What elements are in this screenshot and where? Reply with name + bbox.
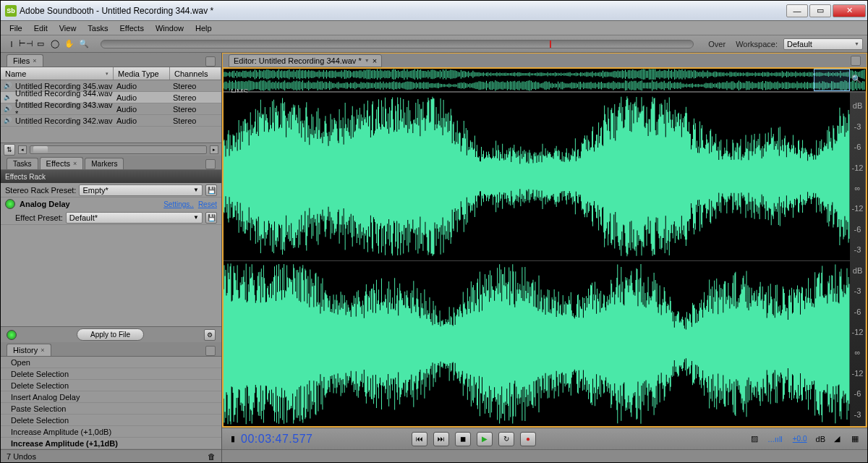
tool-zoom[interactable]: 🔍 xyxy=(77,38,90,51)
effect-preset-select[interactable]: Default*▼ xyxy=(66,212,203,224)
effect-reset-link[interactable]: Reset xyxy=(198,200,217,208)
level-icon[interactable]: ▮ xyxy=(231,434,235,443)
col-channels[interactable]: Channels xyxy=(170,67,221,80)
effects-options-button[interactable]: ⚙ xyxy=(204,329,216,341)
zoom-icon[interactable]: 🔍 xyxy=(851,75,863,86)
menu-help[interactable]: Help xyxy=(190,22,218,34)
db-mark: -3 xyxy=(854,410,861,419)
record-button[interactable]: ● xyxy=(520,432,536,446)
waveform-overview[interactable]: 🔍 xyxy=(224,69,866,92)
speaker-icon: 🔊 xyxy=(4,82,12,90)
effect-settings-link[interactable]: Settings.. xyxy=(163,200,194,208)
zoom-unit: dB xyxy=(816,435,825,443)
editor-area: 🔍 HMS 3:17.53:18.03:18.53:19.03:19.53:20… xyxy=(222,67,867,428)
waveform-area: dB-3-6-12∞-12-6-3dB-3-6-12∞-12-6-3 xyxy=(224,93,866,428)
col-name[interactable]: Name▾ xyxy=(1,67,114,80)
play-button[interactable]: ▶ xyxy=(477,432,493,446)
tab-history[interactable]: History× xyxy=(7,344,51,356)
history-item[interactable]: Delete Selection xyxy=(1,368,221,380)
close-button[interactable]: ✕ xyxy=(833,4,866,17)
close-icon[interactable]: × xyxy=(33,57,36,64)
apply-to-file-button[interactable]: Apply to File xyxy=(77,328,144,341)
undo-count: 7 Undos xyxy=(7,452,36,461)
scroll-left-button[interactable]: ◂ xyxy=(18,145,27,154)
db-mark: ∞ xyxy=(855,184,861,192)
trash-icon[interactable]: 🗑 xyxy=(208,452,216,461)
app-icon: Sb xyxy=(5,5,17,17)
filter-button[interactable]: ⇅ xyxy=(4,144,15,156)
app-window: Sb Adobe Soundbooth - Untitled Recording… xyxy=(0,0,868,463)
speaker-icon: 🔊 xyxy=(4,105,12,114)
zoom-value[interactable]: +0.0 xyxy=(793,435,807,443)
history-item[interactable]: Insert Analog Delay xyxy=(1,391,221,403)
timeline-slider[interactable] xyxy=(101,40,694,48)
maximize-button[interactable]: ▭ xyxy=(809,4,831,17)
rack-power-button[interactable] xyxy=(7,330,17,340)
panel-menu-button[interactable] xyxy=(205,346,216,356)
tab-tasks[interactable]: Tasks xyxy=(7,158,38,169)
transport-bar: ▮ 00:03:47.577 ⏮ ⏭ ◼ ▶ ↻ ● ▨ ...ııll +0.… xyxy=(222,428,867,449)
scroll-right-button[interactable]: ▸ xyxy=(210,145,218,154)
tool-lasso[interactable]: ◯ xyxy=(48,38,61,51)
workspace-label: Workspace: xyxy=(736,40,778,48)
panel-menu-button[interactable] xyxy=(205,56,216,67)
menu-file[interactable]: File xyxy=(4,22,28,34)
save-effect-preset-button[interactable]: 💾 xyxy=(205,212,217,224)
history-item[interactable]: Paste Selection xyxy=(1,403,221,415)
history-item[interactable]: Delete Selection xyxy=(1,415,221,426)
prev-button[interactable]: ⏮ xyxy=(412,432,427,446)
minimize-button[interactable]: — xyxy=(786,4,808,17)
loop-button[interactable]: ↻ xyxy=(498,432,514,446)
history-item[interactable]: Increase Amplitude (+1,0dB) xyxy=(1,426,221,438)
save-preset-button[interactable]: 💾 xyxy=(205,184,217,196)
menubar: File Edit View Tasks Effects Window Help xyxy=(1,21,867,35)
tab-editor[interactable]: Editor: Untitled Recording 344.wav *▼× xyxy=(229,54,382,67)
tab-files[interactable]: Files× xyxy=(7,54,43,67)
workspace-select[interactable]: Default▼ xyxy=(783,38,863,50)
tool-freq-select[interactable]: ⊢⊣ xyxy=(20,38,33,51)
effect-power-button[interactable] xyxy=(5,199,15,209)
zoom-out-icon[interactable]: ▨ xyxy=(751,434,758,443)
window-title: Adobe Soundbooth - Untitled Recording 34… xyxy=(20,6,785,16)
tool-time-select[interactable]: I xyxy=(5,38,18,51)
menu-edit[interactable]: Edit xyxy=(28,22,54,34)
col-media-type[interactable]: Media Type xyxy=(114,67,170,80)
overview-selection[interactable] xyxy=(814,69,850,91)
stop-button[interactable]: ◼ xyxy=(455,432,471,446)
tool-marquee[interactable]: ▭ xyxy=(34,38,47,51)
effect-preset-label: Effect Preset: xyxy=(5,213,63,222)
close-icon[interactable]: × xyxy=(73,160,77,167)
close-icon[interactable]: × xyxy=(41,347,44,354)
tab-effects[interactable]: Effects× xyxy=(40,157,84,169)
menu-view[interactable]: View xyxy=(54,22,82,34)
menu-effects[interactable]: Effects xyxy=(114,22,149,34)
spectral-icon[interactable]: ◢ xyxy=(834,434,840,443)
tool-hand[interactable]: ✋ xyxy=(63,38,76,51)
close-icon[interactable]: × xyxy=(373,56,377,65)
editor-statusbar xyxy=(222,449,867,462)
waveform-display[interactable] xyxy=(224,93,850,428)
history-item[interactable]: Delete Selection xyxy=(1,380,221,391)
db-mark: ∞ xyxy=(855,348,861,357)
playhead-marker xyxy=(550,41,551,48)
speaker-icon: 🔊 xyxy=(4,116,12,125)
rack-preset-select[interactable]: Empty*▼ xyxy=(79,184,203,196)
toolbar: I ⊢⊣ ▭ ◯ ✋ 🔍 Over Workspace: Default▼ xyxy=(1,35,867,53)
panel-menu-button[interactable] xyxy=(205,159,216,169)
timecode[interactable]: 00:03:47.577 xyxy=(241,433,328,446)
db-mark: dB xyxy=(853,266,862,275)
db-mark: -6 xyxy=(854,307,861,316)
next-button[interactable]: ⏭ xyxy=(433,432,449,446)
file-row[interactable]: 🔊Untitled Recording 343.wav *AudioStereo xyxy=(1,103,221,115)
menu-tasks[interactable]: Tasks xyxy=(82,22,114,34)
history-item[interactable]: Increase Amplitude (+1,1dB) xyxy=(1,438,221,449)
history-item[interactable]: Open xyxy=(1,357,221,368)
db-mark: -6 xyxy=(854,225,861,234)
db-mark: -6 xyxy=(854,143,861,151)
tab-markers[interactable]: Markers xyxy=(85,158,124,169)
menu-window[interactable]: Window xyxy=(150,22,190,34)
panel-menu-button[interactable] xyxy=(851,56,861,66)
view-icon[interactable]: ▦ xyxy=(851,434,859,443)
file-row[interactable]: 🔊Untitled Recording 342.wavAudioStereo xyxy=(1,115,221,127)
files-hscroll[interactable] xyxy=(30,145,207,154)
